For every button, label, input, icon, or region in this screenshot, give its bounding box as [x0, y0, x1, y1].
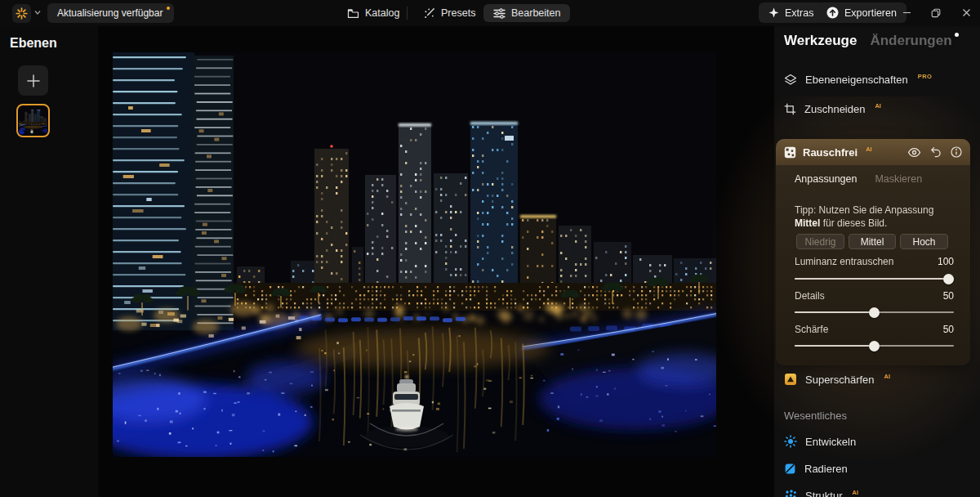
slider-fill — [795, 345, 875, 347]
ai-badge: AI — [853, 489, 859, 496]
tool-label: Entwickeln — [805, 436, 856, 448]
reset-undo-icon[interactable] — [930, 146, 942, 158]
slider-value: 100 — [938, 256, 954, 267]
tool-card-header[interactable]: Rauschfrei AI — [776, 139, 970, 165]
nav-divider — [407, 7, 408, 20]
tab-aenderungen[interactable]: Änderungen — [870, 33, 951, 49]
tab-katalog-label: Katalog — [365, 7, 399, 19]
titlebar: Aktualisierung verfügbar Katalog Presets — [0, 0, 980, 26]
luminar-app-window: Aktualisierung verfügbar Katalog Presets — [0, 0, 980, 497]
tool-item-entwickeln[interactable]: Entwickeln — [784, 434, 856, 449]
slider-label: Luminanz entrauschen — [795, 256, 893, 267]
tab-anpassungen[interactable]: Anpassungen — [795, 173, 857, 185]
photo-viewport — [113, 52, 716, 457]
layer-thumbnail-image — [19, 106, 47, 135]
update-available-label: Aktualisierung verfügbar — [57, 7, 163, 19]
slider-label: Details — [795, 290, 825, 302]
luminar-logo-icon — [16, 7, 28, 20]
tab-presets-label: Presets — [441, 7, 475, 19]
tool-item-struktur[interactable]: Struktur AI — [784, 488, 858, 497]
sparkle-icon — [768, 7, 779, 18]
tab-bearbeiten-label: Bearbeiten — [511, 7, 560, 19]
magic-wand-icon — [424, 7, 435, 19]
update-available-button[interactable]: Aktualisierung verfügbar — [47, 3, 174, 23]
slider-fill — [795, 278, 954, 280]
restore-icon — [931, 8, 941, 18]
tool-label: Radieren — [804, 463, 848, 475]
slider-label: Schärfe — [795, 324, 828, 335]
slider-track[interactable] — [795, 278, 954, 280]
slider-fill — [795, 311, 875, 313]
tool-label: Superschärfen — [805, 374, 875, 386]
folder-icon — [347, 8, 359, 19]
export-up-arrow-icon — [826, 7, 839, 19]
slider-knob[interactable] — [869, 307, 880, 318]
tab-aenderungen-label: Änderungen — [870, 33, 951, 48]
layer-thumbnail-selected[interactable] — [16, 104, 50, 137]
tool-label: Ebeneneigenschaften — [805, 74, 908, 86]
tip-line2: für dieses Bild. — [820, 217, 887, 229]
info-icon[interactable] — [951, 146, 962, 158]
slider-value: 50 — [943, 290, 954, 302]
tab-maskieren[interactable]: Maskieren — [875, 173, 922, 185]
tool-card-title: Rauschfrei — [803, 146, 858, 159]
tool-item-superschaerfen[interactable]: Superschärfen AI — [784, 372, 890, 387]
eraser-icon — [784, 463, 796, 475]
tab-bearbeiten[interactable]: Bearbeiten — [483, 4, 570, 22]
slider-luminanz-entrauschen: Luminanz entrauschen 100 — [795, 256, 954, 267]
tools-panel: Werkzeuge Änderungen Ebeneneigenschaften… — [774, 26, 980, 497]
tool-item-zuschneiden[interactable]: Zuschneiden AI — [784, 101, 881, 116]
tab-werkzeuge[interactable]: Werkzeuge — [784, 33, 857, 49]
tip-line1: Tipp: Nutzen Sie die Anpassung — [795, 204, 933, 216]
minimize-icon — [902, 8, 911, 17]
chevron-down-icon — [33, 7, 42, 17]
tool-item-radieren[interactable]: Radieren — [784, 461, 848, 476]
tab-katalog[interactable]: Katalog — [347, 4, 399, 22]
denoise-icon — [784, 146, 796, 159]
section-wesentliches: Wesentliches — [784, 410, 847, 422]
close-icon — [962, 8, 971, 17]
slider-details: Details 50 — [795, 290, 954, 302]
crop-icon — [784, 103, 796, 115]
ai-badge: AI — [884, 373, 891, 380]
preset-button-hoch[interactable]: Hoch — [900, 234, 948, 249]
tool-label: Zuschneiden — [804, 103, 865, 115]
visibility-eye-icon[interactable] — [907, 147, 921, 158]
window-close-button[interactable] — [952, 0, 980, 25]
develop-sun-icon — [784, 435, 797, 448]
tool-label: Struktur — [805, 490, 843, 497]
add-layer-button[interactable] — [18, 65, 48, 96]
slider-schaerfe: Schärfe 50 — [795, 324, 954, 335]
tool-item-ebeneneigenschaften[interactable]: Ebeneneigenschaften PRO — [784, 72, 932, 87]
window-minimize-button[interactable] — [893, 0, 920, 25]
supersharpen-icon — [784, 373, 797, 386]
tool-tip-text: Tipp: Nutzen Sie die Anpassung Mittel fü… — [795, 204, 933, 230]
changes-notification-dot — [955, 33, 959, 37]
tab-presets[interactable]: Presets — [424, 4, 475, 22]
slider-knob[interactable] — [869, 341, 880, 351]
window-restore-button[interactable] — [922, 0, 950, 25]
slider-track[interactable] — [795, 345, 954, 347]
extras-button[interactable]: Extras — [759, 2, 823, 23]
export-label: Exportieren — [844, 7, 897, 19]
pro-badge: PRO — [918, 73, 932, 80]
preset-button-niedrig[interactable]: Niedrig — [796, 234, 844, 249]
sliders-icon — [493, 8, 506, 19]
ai-badge: AI — [875, 102, 881, 110]
layers-icon — [784, 74, 797, 86]
plus-icon — [26, 74, 41, 88]
photo-night-marina — [113, 52, 716, 457]
slider-value: 50 — [943, 324, 954, 335]
logo-menu-chevron[interactable] — [33, 7, 42, 17]
extras-label: Extras — [785, 7, 813, 19]
app-logo-button[interactable] — [12, 4, 31, 23]
update-notification-dot — [167, 7, 170, 10]
layers-panel-title: Ebenen — [10, 36, 57, 51]
slider-track[interactable] — [795, 311, 954, 313]
ai-badge: AI — [866, 146, 872, 153]
tip-bold: Mittel — [795, 217, 820, 229]
slider-knob[interactable] — [943, 274, 954, 284]
structure-dots-icon — [784, 489, 797, 497]
preset-button-mittel[interactable]: Mittel — [849, 234, 896, 249]
editor-canvas — [98, 26, 774, 497]
